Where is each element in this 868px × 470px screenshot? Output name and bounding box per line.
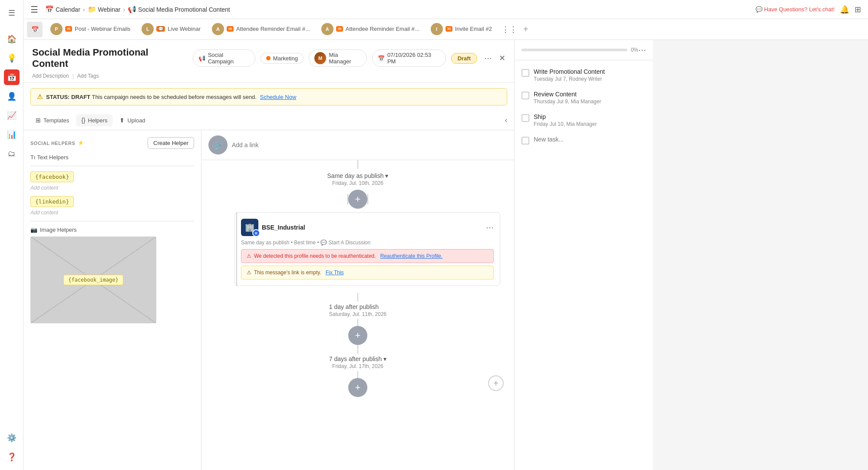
post-more-button-0[interactable]: ⋯ [486,223,494,232]
timeline-date-sub-2: Friday, Jul. 17th, 2026 [329,363,386,369]
timeline-date-group-0: Same day as publish ▾ Friday, Jul. 10th,… [327,169,389,190]
bar-chart-icon[interactable]: 📊 [4,127,20,142]
subnav-upload-label: Upload [127,117,145,124]
assignee-badge[interactable]: M Mia Manager [309,49,367,67]
right-panel-header: 0% ⋯ [515,40,653,60]
tab-attendee-reminder-1[interactable]: A ✉ Attendee Reminder Email #... [207,19,315,40]
task-checkbox-1[interactable] [521,92,529,99]
post-warning-yellow-0: ⚠ This message's link is empty. Fix This [241,266,494,279]
lightbulb-icon[interactable]: 💡 [4,50,20,66]
timeline-add-small-button[interactable]: + [488,375,504,391]
timeline-add-button-0[interactable]: + [348,190,367,209]
tab-more-button[interactable]: ⋮⋮ [498,23,521,36]
facebook-chip[interactable]: {facebook} [30,171,74,182]
timeline-date-main-1[interactable]: 1 day after publish [329,303,387,310]
folder-bc-icon: 📁 [88,5,96,13]
calendar-date-icon: 📅 [378,55,385,62]
status-banner-icon: ⚠ [37,93,43,101]
social-campaign-label: Social Campaign [208,52,250,65]
templates-icon: ⊞ [36,117,41,124]
have-questions-link[interactable]: 💬 Have Questions? Let's chat! [756,6,835,13]
breadcrumb-calendar-label: Calendar [56,6,80,13]
link-icon-circle: 🔗 [208,135,228,154]
timeline-date-label-1: 1 day after publish Saturday, Jul. 11th,… [329,302,387,319]
timeline-date-label-2: 7 days after publish ▾ Friday, Jul. 17th… [329,354,386,371]
helpers-section-title: SOCIAL HELPERS ⚡ [30,140,84,146]
new-task-input[interactable] [534,136,646,143]
people-icon[interactable]: 👤 [4,89,20,104]
task-checkbox-0[interactable] [521,69,529,77]
marketing-badge[interactable]: Marketing [261,53,304,64]
home-icon[interactable]: 🏠 [4,31,20,47]
campaign-title-row: Social Media Promotional Content 📢 Socia… [32,47,505,69]
task-checkbox-2[interactable] [521,114,529,122]
calendar-icon[interactable]: 📅 [4,69,20,85]
tab-attendee-reminder-2[interactable]: A ✉ Attendee Reminder Email #... [316,19,425,40]
megaphone-bc-icon: 📢 [128,5,136,13]
task-content-0: Write Promotional Content Tuesday Jul 7,… [534,68,646,82]
timeline-date-main-2[interactable]: 7 days after publish ▾ [329,355,386,362]
linkedin-chip[interactable]: {linkedin} [30,196,74,207]
task-item-2: Ship Friday Jul 10, Mia Manager [515,109,653,131]
task-meta-0: Tuesday Jul 7, Rodney Writer [534,76,646,82]
timeline-segment-0: Same day as publish ▾ Friday, Jul. 10th,… [201,169,514,209]
post-account-name-0: BSE_Industrial [262,224,305,231]
settings-icon[interactable]: ⚙️ [4,430,20,446]
social-campaign-badge[interactable]: 📢 Social Campaign [193,49,255,67]
progress-bar [521,49,627,51]
tab-invite-email-2[interactable]: I ✉ Invite Email #2 [426,19,497,40]
new-task-item [515,131,653,149]
dashboard-icon[interactable]: 🗂 [4,146,20,161]
subnav-collapse-button[interactable]: ‹ [505,116,507,124]
post-card-header-0: 🏢 B BSE_Industrial ⋯ [241,219,494,236]
create-helper-button[interactable]: Create Helper [148,137,194,149]
timeline-add-button-2[interactable]: + [348,378,367,397]
draft-status-badge[interactable]: Draft [451,53,477,64]
date-badge[interactable]: 📅 07/10/2026 02:53 PM [372,49,446,67]
timeline-date-main-0[interactable]: Same day as publish ▾ [327,172,389,179]
linkedin-add-content[interactable]: Add content [30,210,194,216]
link-input[interactable] [232,141,507,148]
timeline-segment-2: 7 days after publish ▾ Friday, Jul. 17th… [201,354,514,397]
post-card-0: 🏢 B BSE_Industrial ⋯ [234,212,500,286]
fix-this-link[interactable]: Fix This [326,270,344,276]
schedule-now-link[interactable]: Schedule Now [260,94,296,100]
timeline-add-button-1[interactable]: + [348,326,367,345]
right-panel-more-button[interactable]: ⋯ [638,45,646,55]
campaign-more-button[interactable]: ⋯ [482,52,494,65]
breadcrumb-campaign[interactable]: 📢 Social Media Promotional Content [128,5,230,13]
tab-add-button[interactable]: + [523,24,528,34]
chart-icon[interactable]: 📈 [4,108,20,123]
timeline-date-sub-1: Saturday, Jul. 11th, 2026 [329,311,387,317]
add-tags-link[interactable]: Add Tags [77,73,99,79]
tab-post-webinar-emails[interactable]: P ✉ Post - Webinar Emails [45,19,135,40]
subnav-tab-upload[interactable]: ⬆ Upload [114,114,150,126]
megaphone-meta-icon: 📢 [198,55,205,62]
tab-calendar-icon[interactable]: 📅 [27,22,43,37]
reauthenticate-link[interactable]: Reauthenticate this Profile. [380,253,442,259]
breadcrumb-webinar[interactable]: 📁 Webinar [88,5,121,13]
new-task-checkbox[interactable] [521,137,529,145]
tab-live-webinar-label: Live Webinar [168,26,201,32]
timeline-date-label-0: Same day as publish ▾ Friday, Jul. 10th,… [327,171,389,188]
help-icon[interactable]: ❓ [4,449,20,465]
facebook-add-content[interactable]: Add content [30,185,194,191]
assignee-label: Mia Manager [329,52,361,65]
subnav-tab-helpers[interactable]: {} Helpers [76,114,112,126]
campaign-close-button[interactable]: ✕ [499,53,505,63]
add-description-link[interactable]: Add Description [32,73,69,79]
tab-live-webinar[interactable]: L 💬 Live Webinar [136,19,206,40]
assignee-avatar: M [314,52,326,64]
status-banner: ⚠ STATUS: DRAFT This campaign needs to b… [30,88,507,105]
task-meta-2: Friday Jul 10, Mia Manager [534,121,646,127]
content-area: Social Media Promotional Content 📢 Socia… [23,40,868,470]
status-banner-text: STATUS: DRAFT This campaign needs to be … [46,94,296,100]
breadcrumb-calendar[interactable]: 📅 Calendar [45,5,80,13]
image-placeholder: {facebook_image} [30,237,156,323]
subnav-tab-templates[interactable]: ⊞ Templates [30,114,74,126]
grid-view-icon[interactable]: ⊞ [855,5,861,14]
main-area: ☰ 📅 Calendar › 📁 Webinar › 📢 Social Medi… [23,0,868,470]
menu-icon[interactable]: ☰ [4,5,20,21]
topbar-menu-icon[interactable]: ☰ [30,4,38,15]
notification-bell-icon[interactable]: 🔔 [840,5,849,14]
